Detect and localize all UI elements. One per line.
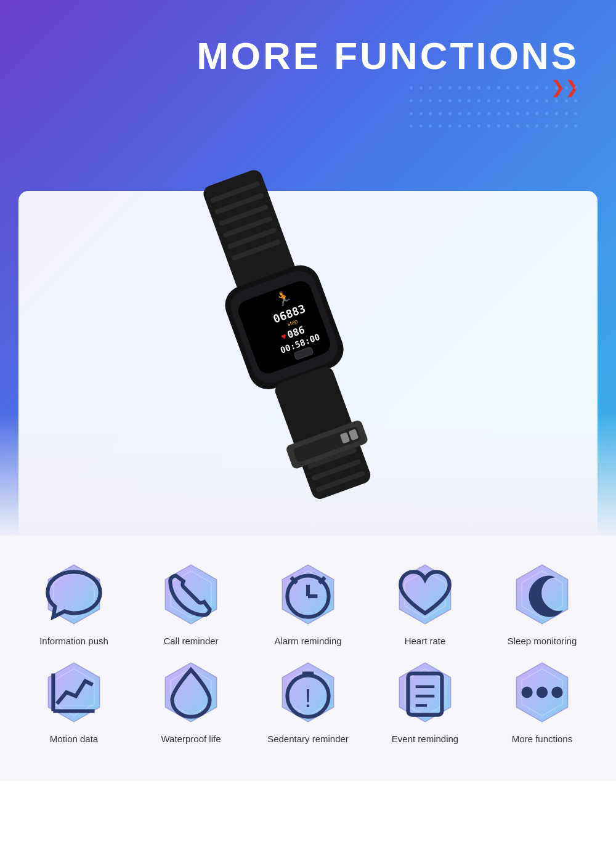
feature-item-call-reminder: Call reminder — [136, 560, 246, 646]
decoration-dot — [487, 86, 490, 89]
decoration-dot — [439, 112, 442, 115]
information-push-label: Information push — [39, 636, 108, 646]
decoration-dot — [535, 112, 538, 115]
decoration-dot — [506, 99, 509, 102]
features-grid: Information pushCall reminderAlarm remin… — [18, 560, 598, 744]
decoration-dot — [410, 99, 413, 102]
feature-item-heart-rate: Heart rate — [370, 560, 480, 646]
feature-item-motion-data: Motion data — [18, 658, 129, 744]
feature-item-more-functions: More functions — [487, 658, 598, 744]
feature-item-event-reminding: Event reminding — [370, 658, 480, 744]
call-reminder-icon — [157, 560, 225, 628]
sedentary-reminder-label: Sedentary reminder — [267, 734, 349, 744]
waterproof-life-icon — [157, 658, 225, 726]
decoration-dot — [516, 99, 519, 102]
decoration-dot — [429, 112, 432, 115]
features-section: Information pushCall reminderAlarm remin… — [0, 536, 616, 781]
event-reminding-label: Event reminding — [392, 734, 458, 744]
svg-text:!: ! — [304, 683, 312, 713]
decoration-dot — [526, 112, 529, 115]
page-title: MORE FUNCTIONS — [197, 37, 579, 75]
decoration-dot — [477, 99, 480, 102]
decoration-dot — [555, 99, 558, 102]
decoration-dot — [526, 99, 529, 102]
more-functions-label: More functions — [512, 734, 572, 744]
waterproof-life-label: Waterproof life — [161, 734, 221, 744]
feature-item-sedentary-reminder: !Sedentary reminder — [253, 658, 363, 744]
decoration-dot — [565, 86, 568, 89]
decoration-dot — [545, 86, 548, 89]
decoration-dot — [429, 86, 432, 89]
alarm-reminding-label: Alarm reminding — [274, 636, 341, 646]
decoration-dot — [429, 99, 432, 102]
decoration-dot — [487, 112, 490, 115]
event-reminding-icon — [391, 658, 459, 726]
alarm-reminding-icon — [274, 560, 342, 628]
decoration-dot — [497, 86, 500, 89]
hero-section: MORE FUNCTIONS ❯❯ — [0, 0, 616, 536]
decoration-dot — [410, 112, 413, 115]
decoration-dot — [419, 112, 423, 115]
decoration-dot — [506, 112, 509, 115]
feature-item-information-push: Information push — [18, 560, 129, 646]
decoration-dot — [468, 86, 471, 89]
decoration-dot — [535, 86, 538, 89]
decoration-dot — [565, 99, 568, 102]
decoration-dot — [545, 99, 548, 102]
sedentary-reminder-icon: ! — [274, 658, 342, 726]
decoration-dot — [468, 99, 471, 102]
decoration-dot — [555, 112, 558, 115]
svg-rect-51 — [408, 673, 442, 714]
decoration-dot — [410, 86, 413, 89]
sleep-monitoring-icon — [508, 560, 576, 628]
decoration-dot — [535, 99, 538, 102]
decoration-dot — [477, 86, 480, 89]
decoration-dot — [448, 112, 452, 115]
decoration-dot — [497, 99, 500, 102]
decoration-dot — [516, 112, 519, 115]
decoration-dot — [439, 99, 442, 102]
decoration-dot — [516, 86, 519, 89]
decoration-dot — [448, 86, 452, 89]
sleep-monitoring-label: Sleep monitoring — [508, 636, 577, 646]
decoration-dot — [555, 86, 558, 89]
decoration-dot — [458, 99, 461, 102]
decoration-dot — [419, 99, 423, 102]
decoration-dot — [439, 86, 442, 89]
decoration-dot — [574, 99, 577, 102]
svg-point-58 — [537, 687, 548, 698]
decoration-dot — [468, 112, 471, 115]
motion-data-label: Motion data — [50, 734, 98, 744]
heart-rate-icon — [391, 560, 459, 628]
feature-item-alarm-reminding: Alarm reminding — [253, 560, 363, 646]
feature-item-waterproof-life: Waterproof life — [136, 658, 246, 744]
motion-data-icon — [40, 658, 108, 726]
svg-point-59 — [551, 687, 562, 698]
information-push-icon — [40, 560, 108, 628]
decoration-dot — [574, 112, 577, 115]
decoration-dot — [497, 112, 500, 115]
decoration-dot — [574, 86, 577, 89]
heart-rate-label: Heart rate — [405, 636, 446, 646]
decoration-dot — [545, 112, 548, 115]
feature-item-sleep-monitoring: Sleep monitoring — [487, 560, 598, 646]
more-functions-icon — [508, 658, 576, 726]
decoration-dot — [448, 99, 452, 102]
decoration-dot — [487, 99, 490, 102]
decoration-dot — [526, 86, 529, 89]
decoration-dot — [419, 86, 423, 89]
watch-image: 🏃 06883 step ♥ 086 00:58:00 — [0, 123, 616, 517]
decoration-dot — [458, 112, 461, 115]
svg-point-57 — [521, 687, 532, 698]
call-reminder-label: Call reminder — [163, 636, 218, 646]
decoration-dot — [458, 86, 461, 89]
decoration-dot — [506, 86, 509, 89]
decoration-dot — [477, 112, 480, 115]
decoration-dot — [565, 112, 568, 115]
